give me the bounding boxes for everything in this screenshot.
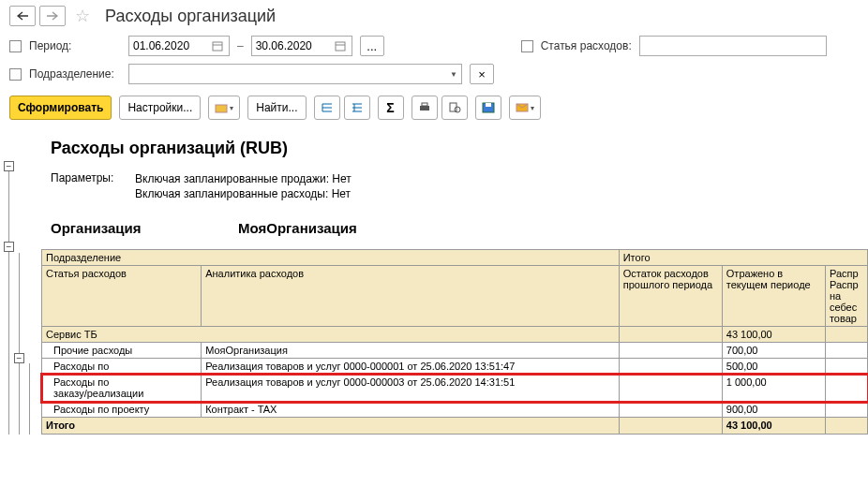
org-label: Организация xyxy=(51,220,238,236)
date-separator: – xyxy=(237,39,244,52)
expand-icon xyxy=(321,102,334,113)
collapse-icon xyxy=(351,102,364,113)
find-label: Найти... xyxy=(256,101,297,114)
svg-rect-2 xyxy=(336,42,345,51)
col-department: Подразделение xyxy=(42,250,620,266)
department-label: Подразделение: xyxy=(29,67,121,81)
nav-back-button[interactable] xyxy=(9,6,36,26)
department-checkbox[interactable] xyxy=(9,68,22,81)
sigma-icon: Σ xyxy=(386,100,394,115)
page-title: Расходы организаций xyxy=(99,7,276,26)
svg-rect-5 xyxy=(420,106,429,111)
report-title: Расходы организаций (RUB) xyxy=(41,131,868,168)
arrow-right-icon xyxy=(47,11,58,21)
save-button[interactable] xyxy=(475,96,501,120)
date-from-input[interactable]: 01.06.2020 xyxy=(128,36,230,56)
col-reflected: Отражено в текущем периоде xyxy=(722,266,825,327)
expense-item-checkbox[interactable] xyxy=(521,40,533,52)
department-clear-button[interactable]: × xyxy=(470,64,494,84)
report-table: Подразделение Итого Статья расходов Анал… xyxy=(41,249,868,435)
department-input[interactable]: ▼ xyxy=(128,64,462,84)
svg-rect-0 xyxy=(213,42,222,51)
preview-button[interactable] xyxy=(441,96,468,120)
settings-label: Настройки... xyxy=(127,101,192,114)
svg-rect-6 xyxy=(422,103,427,106)
find-button[interactable]: Найти... xyxy=(247,96,306,120)
params-values: Включая запланированные продажи: Нет Вкл… xyxy=(135,171,352,201)
nav-forward-button[interactable] xyxy=(39,6,66,26)
col-expense-item: Статья расходов xyxy=(42,266,202,327)
date-to-value: 30.06.2020 xyxy=(256,39,312,52)
email-button[interactable]: ▾ xyxy=(509,96,541,120)
table-row-highlighted: Расходы по заказу/реализации Реализация … xyxy=(42,375,868,402)
page-magnifier-icon xyxy=(448,102,461,113)
generate-label: Сформировать xyxy=(18,101,103,114)
params-label: Параметры: xyxy=(51,171,135,201)
date-to-input[interactable]: 30.06.2020 xyxy=(251,36,352,56)
col-distrib: Распр Распр на себес товар xyxy=(825,266,867,327)
generate-button[interactable]: Сформировать xyxy=(9,96,112,120)
group-row: Сервис ТБ 43 100,00 xyxy=(42,327,868,343)
calendar-icon[interactable] xyxy=(333,38,348,53)
folder-icon xyxy=(215,102,228,113)
table-row: Расходы по Реализация товаров и услуг 00… xyxy=(42,359,868,375)
period-checkbox[interactable] xyxy=(9,40,22,52)
expand-all-button[interactable] xyxy=(314,96,340,120)
period-picker-button[interactable]: ... xyxy=(360,36,384,56)
col-prev-balance: Остаток расходов прошлого периода xyxy=(619,266,722,327)
outline-column: − − − xyxy=(0,131,41,435)
total-row: Итого 43 100,00 xyxy=(42,418,868,435)
outline-toggle[interactable]: − xyxy=(14,353,24,363)
table-row: Прочие расходы МояОрганизация 700,00 xyxy=(42,343,868,359)
printer-icon xyxy=(418,102,431,113)
chevron-down-icon: ▾ xyxy=(531,104,534,112)
expense-item-input[interactable] xyxy=(639,36,827,56)
settings-button[interactable]: Настройки... xyxy=(119,96,201,120)
org-value: МояОрганизация xyxy=(238,220,357,236)
chevron-down-icon: ▼ xyxy=(450,70,457,79)
print-button[interactable] xyxy=(412,96,438,120)
calendar-icon[interactable] xyxy=(210,38,225,53)
col-analytics: Аналитика расходов xyxy=(202,266,620,327)
floppy-icon xyxy=(482,102,495,113)
period-label: Период: xyxy=(29,39,121,52)
table-row: Расходы по проекту Контракт - TAX 900,00 xyxy=(42,402,868,418)
svg-rect-4 xyxy=(216,105,227,112)
favorite-star-icon[interactable]: ☆ xyxy=(69,6,96,26)
chevron-down-icon: ▾ xyxy=(230,104,233,112)
date-from-value: 01.06.2020 xyxy=(133,39,189,52)
outline-toggle[interactable]: − xyxy=(4,242,14,252)
outline-toggle[interactable]: − xyxy=(4,161,14,171)
sum-button[interactable]: Σ xyxy=(378,96,404,120)
expense-item-label: Статья расходов: xyxy=(541,39,632,52)
collapse-all-button[interactable] xyxy=(344,96,370,120)
col-total: Итого xyxy=(619,250,867,266)
variants-button[interactable]: ▾ xyxy=(208,96,240,120)
svg-rect-10 xyxy=(486,103,491,107)
mail-icon xyxy=(516,103,529,112)
arrow-left-icon xyxy=(17,11,28,21)
